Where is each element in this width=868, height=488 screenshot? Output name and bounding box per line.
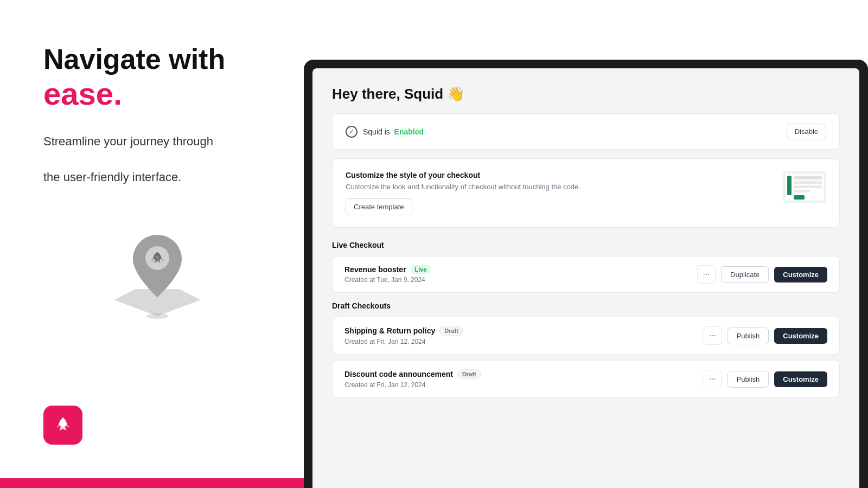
greeting-title: Hey there, Squid 👋: [332, 86, 840, 102]
draft-checkout-label: Draft Checkouts: [332, 301, 840, 310]
customize-card-left: Customize the style of your checkout Cus…: [346, 171, 580, 215]
live-checkout-section: Live Checkout Revenue booster Live Creat…: [332, 241, 840, 293]
subtext-line1: Streamline your journey through: [43, 134, 213, 148]
status-text: Squid is Enabled: [363, 127, 424, 136]
live-checkout-label: Live Checkout: [332, 241, 840, 249]
pink-bar: [0, 478, 304, 488]
draft-badge-1: Draft: [439, 326, 463, 336]
draft-item2-created: Created at Fri, Jan 12, 2024: [344, 381, 481, 389]
live-checkout-row: Revenue booster Live Created at Tue, Jan…: [332, 256, 840, 293]
customize-title: Customize the style of your checkout: [346, 171, 580, 179]
draft-row1-left: Shipping & Return policy Draft Created a…: [344, 326, 463, 345]
status-card: ✓ Squid is Enabled Disable: [332, 113, 840, 150]
duplicate-button[interactable]: Duplicate: [721, 266, 769, 283]
status-prefix: Squid is: [363, 127, 390, 136]
svg-rect-11: [794, 190, 810, 192]
live-checkout-row-right: ··· Duplicate Customize: [697, 265, 827, 284]
svg-point-2: [156, 256, 159, 259]
svg-rect-9: [794, 181, 822, 184]
svg-rect-8: [794, 176, 822, 179]
draft-item1-name: Shipping & Return policy Draft: [344, 326, 463, 336]
customize-card: Customize the style of your checkout Cus…: [332, 158, 840, 228]
live-dots-button[interactable]: ···: [697, 265, 716, 284]
draft-item1-created: Created at Fri, Jan 12, 2024: [344, 338, 463, 345]
headline-line1: Navigate with: [43, 43, 225, 75]
draft1-publish-button[interactable]: Publish: [727, 328, 769, 344]
draft1-dots-button[interactable]: ···: [704, 326, 722, 345]
app-icon: [43, 406, 82, 445]
draft-row2-right: ··· Publish Customize: [704, 370, 827, 388]
map-svg: [98, 213, 217, 335]
laptop-bezel: Hey there, Squid 👋 ✓ Squid is Enabled Di…: [304, 60, 868, 488]
draft-row2-left: Discount code announcement Draft Created…: [344, 369, 481, 389]
subtext-line2: the user-friendly interface.: [43, 170, 181, 184]
draft2-customize-button[interactable]: Customize: [774, 371, 827, 387]
greeting-text: Hey there, Squid 👋: [332, 86, 464, 102]
draft-checkout-row-1: Shipping & Return policy Draft Created a…: [332, 317, 840, 355]
live-customize-button[interactable]: Customize: [774, 267, 827, 282]
headline-pink: ease.: [43, 76, 122, 111]
draft-checkout-section: Draft Checkouts Shipping & Return policy…: [332, 301, 840, 398]
svg-rect-12: [794, 195, 805, 200]
draft2-dots-button[interactable]: ···: [704, 370, 722, 388]
svg-point-3: [146, 313, 168, 319]
template-preview: [783, 171, 826, 203]
draft-checkout-row-2: Discount code announcement Draft Created…: [332, 360, 840, 398]
left-panel: Navigate with ease. Streamline your jour…: [0, 0, 304, 488]
laptop-screen: Hey there, Squid 👋 ✓ Squid is Enabled Di…: [312, 68, 859, 488]
subtext: Streamline your journey through the user…: [43, 132, 271, 186]
live-checkout-row-left: Revenue booster Live Created at Tue, Jan…: [344, 265, 431, 284]
check-circle-icon: ✓: [346, 126, 358, 138]
svg-rect-10: [794, 185, 822, 188]
status-value: Enabled: [394, 127, 424, 136]
draft-row1-right: ··· Publish Customize: [704, 326, 827, 345]
create-template-button[interactable]: Create template: [346, 198, 412, 215]
status-left: ✓ Squid is Enabled: [346, 126, 424, 138]
live-item-name: Revenue booster Live: [344, 265, 431, 274]
map-illustration: [43, 213, 271, 335]
draft-item2-name: Discount code announcement Draft: [344, 369, 481, 379]
draft-badge-2: Draft: [457, 369, 481, 379]
svg-rect-7: [787, 176, 792, 195]
live-badge: Live: [411, 265, 431, 274]
live-item-created: Created at Tue, Jan 9, 2024: [344, 276, 431, 284]
customize-description: Customize the look and functionality of …: [346, 183, 580, 191]
right-panel: Hey there, Squid 👋 ✓ Squid is Enabled Di…: [304, 60, 868, 488]
headline: Navigate with ease.: [43, 43, 271, 112]
draft2-publish-button[interactable]: Publish: [727, 371, 769, 388]
disable-button[interactable]: Disable: [787, 124, 826, 139]
draft1-customize-button[interactable]: Customize: [774, 328, 827, 344]
